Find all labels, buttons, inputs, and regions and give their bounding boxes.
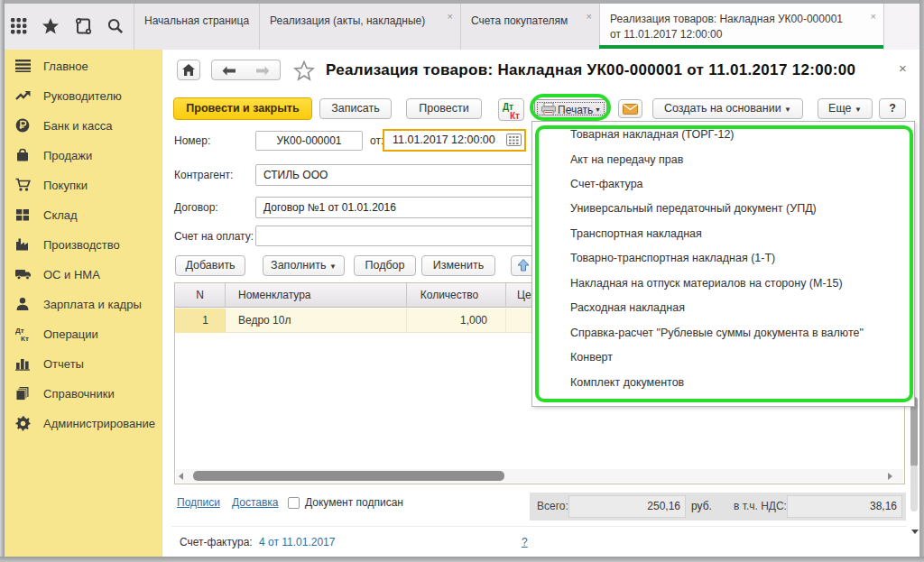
svg-text:Кт: Кт <box>21 335 29 342</box>
svg-text:Дт: Дт <box>15 327 24 335</box>
